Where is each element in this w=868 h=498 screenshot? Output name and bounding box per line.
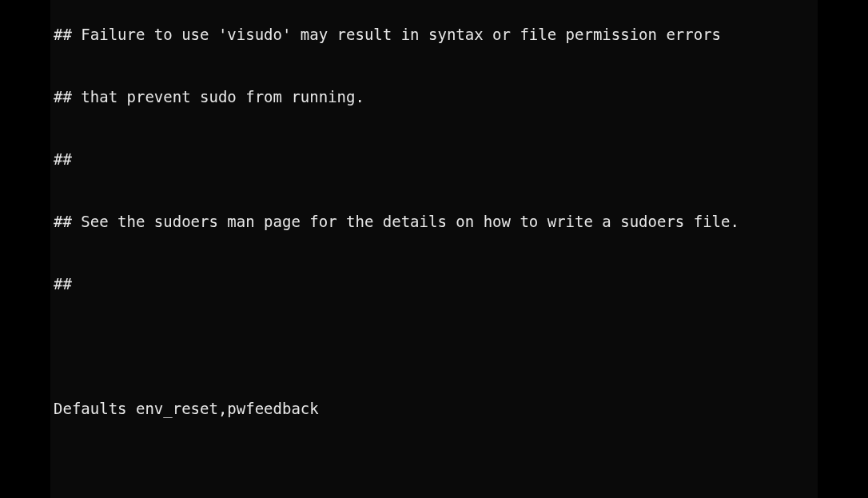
editor-line: ## that prevent sudo from running. — [54, 86, 814, 107]
editor-line: ## See the sudoers man page for the deta… — [54, 211, 814, 232]
editor-line: ## — [54, 273, 814, 294]
editor-line: Defaults env_reset,pwfeedback — [54, 398, 814, 419]
editor-line — [54, 336, 814, 357]
editor-line — [54, 460, 814, 481]
terminal-body[interactable]: GNU nano 7.2 /etc/sudoers.tmp Modified #… — [50, 0, 818, 498]
editor-line: ## Failure to use 'visudo' may result in… — [54, 24, 814, 45]
editor-content[interactable]: ## sudoers file. ## ## This file MUST be… — [50, 0, 818, 498]
editor-line: ## — [54, 149, 814, 169]
terminal-window: abhishek@itsfoss:~ — [50, 0, 818, 498]
